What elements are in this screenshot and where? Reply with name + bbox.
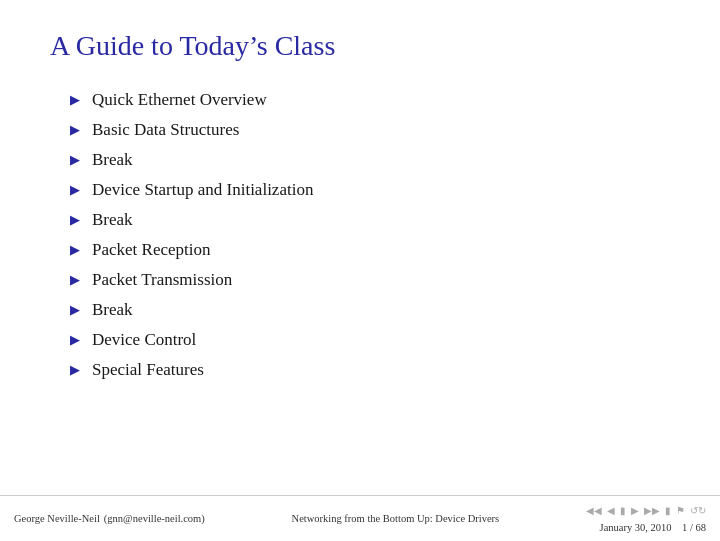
bullet-item: ▶Break: [70, 300, 680, 320]
bullet-arrow-icon: ▶: [70, 92, 82, 108]
bullet-arrow-icon: ▶: [70, 212, 82, 228]
bullet-item: ▶Packet Reception: [70, 240, 680, 260]
bullet-item: ▶Device Startup and Initialization: [70, 180, 680, 200]
footer: George Neville-Neil (gnn@neville-neil.co…: [0, 495, 720, 541]
bullet-item: ▶Quick Ethernet Overview: [70, 90, 680, 110]
bullet-item: ▶Device Control: [70, 330, 680, 350]
footer-page: 1 / 68: [682, 522, 706, 533]
nav-refresh[interactable]: ↺↻: [690, 505, 706, 516]
nav-next[interactable]: ▶: [631, 505, 639, 516]
bullet-arrow-icon: ▶: [70, 302, 82, 318]
bullet-arrow-icon: ▶: [70, 362, 82, 378]
bullet-text: Packet Transmission: [92, 270, 232, 290]
bullet-list: ▶Quick Ethernet Overview▶Basic Data Stru…: [70, 90, 680, 380]
bullet-text: Quick Ethernet Overview: [92, 90, 267, 110]
nav-prev-prev[interactable]: ◀◀: [586, 505, 602, 516]
footer-date: January 30, 2010: [600, 522, 672, 533]
bullet-item: ▶Basic Data Structures: [70, 120, 680, 140]
bullet-arrow-icon: ▶: [70, 242, 82, 258]
bullet-arrow-icon: ▶: [70, 152, 82, 168]
nav-next-next[interactable]: ▶▶: [644, 505, 660, 516]
footer-author: George Neville-Neil: [14, 513, 100, 524]
footer-left: George Neville-Neil (gnn@neville-neil.co…: [14, 513, 205, 524]
footer-center: Networking from the Bottom Up: Device Dr…: [205, 513, 586, 524]
nav-prev[interactable]: ◀: [607, 505, 615, 516]
footer-right: ◀◀ ◀ ▮ ▶ ▶▶ ▮ ⚑ ↺↻ January 30, 2010 1 / …: [586, 505, 706, 533]
nav-bookmark[interactable]: ⚑: [676, 505, 685, 516]
bullet-text: Device Startup and Initialization: [92, 180, 313, 200]
bullet-text: Break: [92, 150, 133, 170]
nav-icons: ◀◀ ◀ ▮ ▶ ▶▶ ▮ ⚑ ↺↻: [586, 505, 706, 516]
bullet-arrow-icon: ▶: [70, 182, 82, 198]
footer-date-page: January 30, 2010 1 / 68: [586, 522, 706, 533]
bullet-item: ▶Break: [70, 150, 680, 170]
footer-title: Networking from the Bottom Up: Device Dr…: [292, 513, 500, 524]
slide-container: A Guide to Today’s Class ▶Quick Ethernet…: [0, 0, 720, 541]
bullet-arrow-icon: ▶: [70, 332, 82, 348]
bullet-item: ▶Break: [70, 210, 680, 230]
bullet-arrow-icon: ▶: [70, 122, 82, 138]
bullet-text: Basic Data Structures: [92, 120, 239, 140]
bullet-text: Device Control: [92, 330, 196, 350]
bullet-text: Break: [92, 300, 133, 320]
nav-sep1: ▮: [620, 505, 626, 516]
bullet-text: Special Features: [92, 360, 204, 380]
bullet-arrow-icon: ▶: [70, 272, 82, 288]
bullet-item: ▶Special Features: [70, 360, 680, 380]
footer-email: (gnn@neville-neil.com): [104, 513, 205, 524]
bullet-text: Packet Reception: [92, 240, 211, 260]
bullet-item: ▶Packet Transmission: [70, 270, 680, 290]
bullet-text: Break: [92, 210, 133, 230]
nav-sep2: ▮: [665, 505, 671, 516]
slide-title: A Guide to Today’s Class: [50, 30, 680, 62]
